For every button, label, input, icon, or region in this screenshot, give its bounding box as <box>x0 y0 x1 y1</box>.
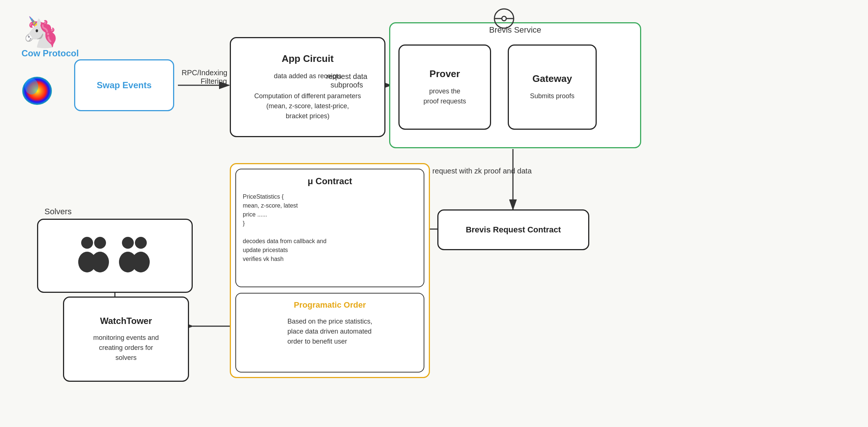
prover-body: proves the proof requests <box>423 86 466 106</box>
prover-title: Prover <box>430 68 460 80</box>
svg-point-16 <box>91 252 109 272</box>
programatic-order-box: Programatic Order Based on the price sta… <box>235 293 424 373</box>
svg-point-19 <box>135 237 147 249</box>
person-icon-1 <box>78 235 111 276</box>
programatic-order-title: Programatic Order <box>294 300 366 310</box>
brevis-icon <box>493 7 515 30</box>
solvers-label: Solvers <box>44 207 72 216</box>
solvers-box <box>37 219 193 293</box>
svg-point-12 <box>502 16 506 21</box>
request-data-label: request data subproofs <box>326 72 367 89</box>
programatic-order-body: Based on the price statistics, place dat… <box>287 317 372 347</box>
mu-contract-box: μ Contract PriceStatistics { mean, z-sco… <box>235 169 424 287</box>
prover-box: Prover proves the proof requests <box>398 44 491 130</box>
watchtower-title: WatchTower <box>100 316 152 326</box>
brevis-service-label: Brevis Service <box>389 25 641 35</box>
swap-events-box: Swap Events <box>74 59 174 111</box>
svg-point-13 <box>81 237 93 249</box>
swap-events-label: Swap Events <box>97 80 152 90</box>
watchtower-box: WatchTower monitoring events and creatin… <box>63 297 189 382</box>
gateway-title: Gateway <box>533 73 572 85</box>
unicorn-logo: 🦄 <box>22 15 59 50</box>
svg-point-20 <box>132 252 150 272</box>
person-icon-2 <box>119 235 152 276</box>
svg-point-15 <box>94 237 106 249</box>
app-circuit-title: App Circuit <box>282 53 334 64</box>
cow-protocol-label: Cow Protocol <box>21 48 79 59</box>
brevis-request-contract-box: Brevis Request Contract <box>437 209 589 250</box>
brevis-request-contract-label: Brevis Request Contract <box>466 225 561 235</box>
svg-point-9 <box>25 78 38 95</box>
svg-point-17 <box>122 237 134 249</box>
mu-contract-body: PriceStatistics { mean, z-score, latest … <box>243 192 417 264</box>
colorful-logo <box>20 72 54 106</box>
watchtower-body: monitoring events and creating orders fo… <box>93 333 159 363</box>
mu-contract-title: μ Contract <box>308 176 352 186</box>
gateway-box: Gateway Submits proofs <box>508 44 597 130</box>
gateway-body: Submits proofs <box>530 91 574 101</box>
